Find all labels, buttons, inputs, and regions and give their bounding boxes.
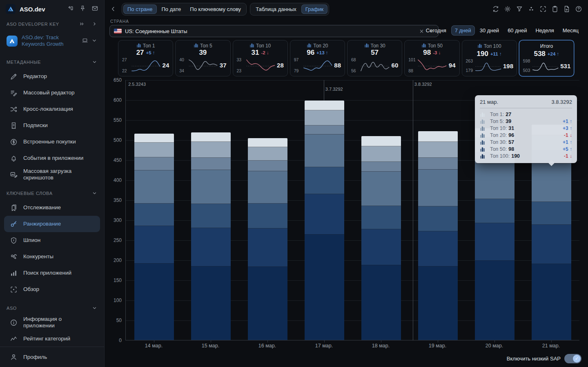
bar-segment-Топ 30[interactable] xyxy=(475,199,514,223)
panel-switch-button[interactable] xyxy=(67,5,74,13)
sidebar-item[interactable]: Встроенные покупки xyxy=(4,134,100,150)
bar-segment-Топ 30[interactable] xyxy=(418,206,458,231)
chevron-right-button[interactable] xyxy=(88,21,98,28)
stat-card-Топ 5[interactable]: Топ 539403437 xyxy=(175,40,230,76)
bar-segment-Топ 5[interactable] xyxy=(305,110,344,125)
sidebar-item[interactable]: Отслеживание xyxy=(4,199,100,216)
bar-segment-Топ 10[interactable] xyxy=(305,125,344,135)
range-60 дней[interactable]: 60 дней xyxy=(504,25,530,36)
sidebar-item[interactable]: Кросс-локализация xyxy=(4,101,100,117)
bar-segment-Топ 5[interactable] xyxy=(248,147,287,161)
bar-segment-Топ 100[interactable] xyxy=(191,266,231,340)
bar-segment-Топ 100[interactable] xyxy=(418,266,458,340)
bar-segment-Топ 100[interactable] xyxy=(532,264,571,340)
section-header[interactable]: КЛЮЧЕВЫЕ СЛОВА xyxy=(0,183,104,199)
bar-segment-Топ 100[interactable] xyxy=(248,267,287,340)
double-chevron-right-button[interactable] xyxy=(76,21,85,28)
bar-segment-Топ 20[interactable] xyxy=(418,170,458,206)
sidebar-item[interactable]: Обзор xyxy=(4,281,100,298)
bar-segment-Топ 50[interactable] xyxy=(191,228,231,266)
focus-icon[interactable] xyxy=(539,5,547,13)
range-Неделя[interactable]: Неделя xyxy=(532,25,557,36)
bar-segment-Топ 10[interactable] xyxy=(191,158,231,170)
profile-button[interactable]: Профиль xyxy=(0,347,104,367)
bar-segment-Топ 1[interactable] xyxy=(134,134,174,143)
sidebar-item[interactable]: Конкуренты xyxy=(4,248,100,265)
sidebar-item[interactable]: Подписки xyxy=(4,117,100,134)
sidebar-item[interactable]: Рейтинг категорий xyxy=(4,331,100,347)
tab-По ключевому слову[interactable]: По ключевому слову xyxy=(186,4,245,14)
bar-segment-Топ 10[interactable] xyxy=(248,161,287,172)
bar-segment-Топ 50[interactable] xyxy=(361,229,401,265)
gear-icon[interactable] xyxy=(504,5,511,13)
sidebar-item[interactable]: События в приложении xyxy=(4,150,100,166)
clipboard-icon[interactable] xyxy=(551,5,559,13)
range-Месяц[interactable]: Месяц xyxy=(559,25,582,36)
bar-segment-Топ 30[interactable] xyxy=(248,204,287,228)
sidebar-item[interactable]: Информация о приложении xyxy=(4,314,100,331)
app-selector[interactable]: ASO.dev: Track Keywords Growth xyxy=(3,31,101,51)
bar-segment-Топ 50[interactable] xyxy=(248,228,287,267)
bar-segment-Топ 30[interactable] xyxy=(532,202,571,225)
bar-segment-Топ 20[interactable] xyxy=(305,134,344,167)
bar-segment-Топ 50[interactable] xyxy=(532,225,571,264)
bar-segment-Топ 5[interactable] xyxy=(418,142,458,158)
stat-card-Итого[interactable]: Итого538+24 ↑598503531 xyxy=(519,40,574,76)
bar-segment-Топ 100[interactable] xyxy=(475,261,514,340)
sidebar-item[interactable]: Массовая загрузка скриншотов xyxy=(4,166,100,183)
bar-segment-Топ 10[interactable] xyxy=(418,158,458,169)
sidebar-item[interactable]: Ранжирование xyxy=(4,216,100,232)
tab-По дате[interactable]: По дате xyxy=(158,4,185,14)
bar-segment-Топ 50[interactable] xyxy=(418,231,458,266)
range-7 дней[interactable]: 7 дней xyxy=(451,25,475,36)
bar-segment-Топ 20[interactable] xyxy=(532,163,571,202)
bar-segment-Топ 1[interactable] xyxy=(361,136,401,146)
bar-segment-Топ 10[interactable] xyxy=(361,162,401,172)
sidebar-item[interactable]: Шпион xyxy=(4,232,100,248)
bar-segment-Топ 20[interactable] xyxy=(134,170,174,203)
pin-button[interactable] xyxy=(79,5,86,13)
bar-segment-Топ 100[interactable] xyxy=(134,264,174,340)
range-Сегодня[interactable]: Сегодня xyxy=(422,25,450,36)
stat-card-Топ 30[interactable]: Топ 3057685660 xyxy=(347,40,402,76)
tab-Таблица данных[interactable]: Таблица данных xyxy=(252,4,301,14)
sidebar-item[interactable]: Редактор xyxy=(4,68,100,85)
stat-card-Топ 100[interactable]: Топ 100190+11 ↑263179198 xyxy=(462,40,517,76)
refresh-icon[interactable] xyxy=(492,5,499,13)
bar-segment-Топ 20[interactable] xyxy=(361,172,401,206)
tab-По стране[interactable]: По стране xyxy=(123,4,157,14)
mail-button[interactable] xyxy=(91,5,98,13)
bar-segment-Топ 5[interactable] xyxy=(361,146,401,162)
stat-card-Топ 1[interactable]: Топ 127+5 ↑272224 xyxy=(118,40,173,76)
bar-segment-Топ 30[interactable] xyxy=(134,204,174,226)
section-header[interactable]: МЕТАДАННЫЕ xyxy=(0,53,104,68)
bar-segment-Топ 1[interactable] xyxy=(248,138,287,147)
bar-segment-Топ 20[interactable] xyxy=(191,170,231,204)
sidebar-item[interactable]: Поиск приложений xyxy=(4,265,100,281)
bar-segment-Топ 30[interactable] xyxy=(361,206,401,229)
file-add-icon[interactable] xyxy=(563,5,570,13)
dev-key-row[interactable]: ASO DEVELOPER KEY xyxy=(0,19,104,29)
bar-segment-Топ 5[interactable] xyxy=(134,143,174,157)
bar-segment-Топ 50[interactable] xyxy=(305,194,344,235)
bar-segment-Топ 20[interactable] xyxy=(475,164,514,199)
bar-segment-Топ 100[interactable] xyxy=(305,235,344,340)
sidebar-item[interactable]: Массовый редактор xyxy=(4,85,100,101)
stat-card-Топ 20[interactable]: Топ 2096+13 ↑977988 xyxy=(290,40,345,76)
bar-segment-Топ 50[interactable] xyxy=(475,223,514,261)
bar-segment-Топ 30[interactable] xyxy=(191,204,231,228)
laptop-button[interactable] xyxy=(82,37,88,45)
dots-cluster-icon[interactable] xyxy=(528,5,535,13)
help-icon[interactable] xyxy=(575,5,582,13)
bar-segment-Топ 5[interactable] xyxy=(191,142,231,158)
chevron-down-button[interactable] xyxy=(91,37,98,45)
low-sap-toggle[interactable]: ✓ xyxy=(564,354,581,363)
bar-segment-Топ 10[interactable] xyxy=(134,157,174,170)
section-header[interactable]: ASO xyxy=(0,298,104,314)
bar-segment-Топ 100[interactable] xyxy=(361,265,401,340)
range-30 дней[interactable]: 30 дней xyxy=(476,25,503,36)
bar-segment-Топ 50[interactable] xyxy=(134,226,174,264)
country-select[interactable]: US: Соединенные Штаты xyxy=(109,25,439,37)
bar-segment-Топ 20[interactable] xyxy=(248,171,287,203)
tab-График[interactable]: График xyxy=(301,4,327,14)
